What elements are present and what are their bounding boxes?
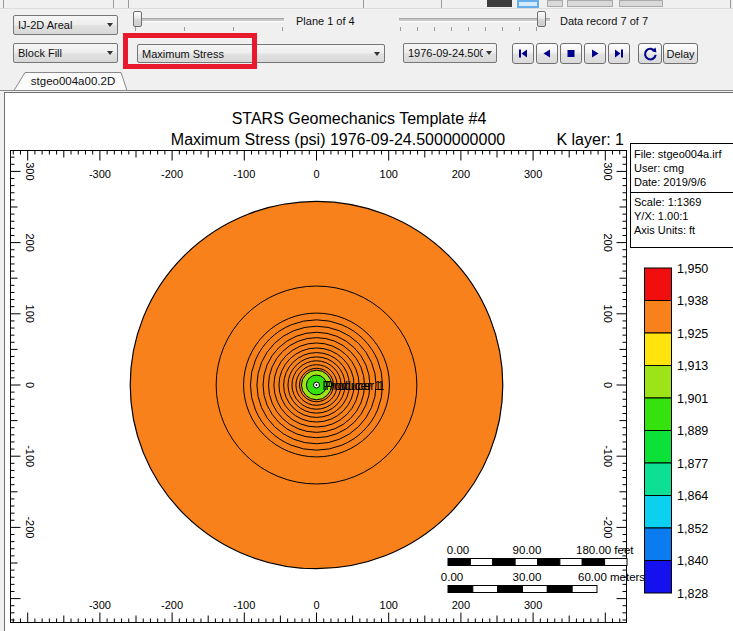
plane-slider-tick (184, 27, 185, 31)
view-mode-value: IJ-2D Areal (18, 19, 104, 31)
plane-slider[interactable] (133, 18, 284, 22)
meters-bar-segment (572, 586, 597, 593)
feet-bar-segment (560, 559, 582, 566)
chevron-down-icon (486, 51, 492, 55)
stop-button[interactable] (560, 43, 582, 64)
fill-mode-combo[interactable]: Block Fill (13, 43, 118, 63)
legend-value-label: 1,901 (677, 392, 708, 406)
info-line: User: cmg (634, 162, 684, 174)
meters-bar-segment (448, 586, 473, 593)
first-record-icon (516, 47, 530, 60)
record-slider-tick (502, 27, 503, 31)
previous-record-button[interactable] (536, 43, 558, 64)
tab-label[interactable]: stgeo004a00.2D (31, 75, 115, 87)
previous-record-icon (540, 47, 554, 60)
legend-value-label: 1,852 (677, 522, 708, 536)
well-label: Producer 1 (326, 379, 385, 393)
legend-cell (645, 561, 672, 594)
scalebar-meters-30: 30.00 (513, 571, 542, 583)
y-axis-label-right: 200 (602, 233, 614, 251)
toolbar-chrome: IJ-2D Areal Block Fill Maximum Stress 19… (0, 0, 733, 68)
record-label: Data record 7 of 7 (560, 15, 648, 27)
plane-slider-thumb[interactable] (133, 11, 142, 27)
next-record-icon (588, 47, 602, 60)
playback-controls (512, 43, 630, 64)
meters-bar-segment (522, 586, 547, 593)
plot-subtitle: Maximum Stress (psi) 1976-09-24.50000000… (171, 131, 506, 148)
plane-slider-tick (135, 27, 136, 31)
clipped-active-tool-button (517, 0, 539, 8)
view-mode-combo[interactable]: IJ-2D Areal (13, 15, 118, 35)
feet-bar-segment (605, 559, 627, 566)
delay-button[interactable]: Delay (663, 43, 698, 64)
clipped-dark-dropdown (487, 0, 512, 7)
record-slider-tick (468, 27, 469, 31)
stop-icon (564, 47, 578, 60)
legend-value-label: 1,877 (677, 457, 708, 471)
plot-area: stgeo004a00.2D STARS Geomechanics Templa… (0, 0, 733, 631)
loop-button[interactable] (638, 43, 662, 64)
last-record-button[interactable] (608, 43, 630, 64)
scalebar-meters-60: 60.00 meters (578, 571, 645, 583)
date-combo[interactable]: 1976-09-24.500 (403, 43, 497, 63)
legend-cell (645, 528, 672, 561)
y-axis-label-right: 300 (602, 162, 614, 180)
legend-value-label: 1,913 (677, 359, 708, 373)
x-axis-label-bottom: 100 (380, 599, 398, 611)
y-axis-label-left: 0 (24, 382, 36, 388)
x-axis-label-top: 300 (524, 168, 542, 180)
scalebar-meters-bar (448, 586, 597, 593)
delay-button-label: Delay (666, 48, 694, 60)
y-axis-label-left: 100 (24, 305, 36, 323)
feet-bar-segment (493, 559, 515, 566)
highlight-rectangle (123, 33, 257, 69)
feet-bar-segment (538, 559, 560, 566)
clipped-upper-toolbar (0, 0, 733, 9)
plane-slider-tick (233, 27, 234, 31)
y-axis-label-left: -200 (24, 516, 36, 538)
legend-cell (645, 431, 672, 464)
record-slider-tick (519, 27, 520, 31)
legend-cell (645, 463, 672, 496)
legend-cell (645, 301, 672, 334)
info-line: Y/X: 1.00:1 (634, 210, 688, 222)
info-line: Axis Units: ft (634, 224, 695, 236)
legend-cell (645, 333, 672, 366)
first-record-button[interactable] (512, 43, 534, 64)
legend-cell (645, 398, 672, 431)
record-slider-tick (536, 27, 537, 31)
y-axis-label-right: 100 (602, 305, 614, 323)
x-axis-label-bottom: 0 (313, 599, 319, 611)
meters-bar-segment (473, 586, 498, 593)
record-slider-tick (451, 27, 452, 31)
k-layer-label: K layer: 1 (556, 131, 624, 148)
record-slider-thumb[interactable] (537, 11, 546, 27)
y-axis-label-left: -100 (24, 445, 36, 467)
last-record-icon (612, 47, 626, 60)
well-symbol-dot (316, 384, 318, 386)
clipped-button-1 (547, 0, 563, 7)
legend-value-label: 1,938 (677, 294, 708, 308)
y-axis-label-left: 300 (24, 162, 36, 180)
feet-bar-segment (470, 559, 492, 566)
scalebar-feet-bar (448, 559, 627, 566)
y-axis-label-right: 0 (602, 382, 614, 388)
x-axis-label-bottom: -100 (233, 599, 255, 611)
plane-label: Plane 1 of 4 (296, 15, 355, 27)
legend-value-label: 1,840 (677, 554, 708, 568)
y-axis-label-left: 200 (24, 233, 36, 251)
scalebar-feet-0: 0.00 (447, 544, 469, 556)
legend-value-label: 1,864 (677, 489, 708, 503)
x-axis-label-top: 0 (313, 168, 319, 180)
next-record-button[interactable] (584, 43, 606, 64)
legend-cell (645, 366, 672, 399)
legend-cell (645, 268, 672, 301)
loop-refresh-icon (642, 46, 658, 62)
date-value: 1976-09-24.500 (408, 47, 483, 59)
y-axis-label-right: -200 (602, 516, 614, 538)
plot-title: STARS Geomechanics Template #4 (232, 110, 487, 127)
chevron-down-icon (107, 51, 113, 55)
application-window: stgeo004a00.2D STARS Geomechanics Templa… (0, 0, 733, 631)
record-slider[interactable] (399, 18, 550, 22)
x-axis-label-bottom: 300 (524, 599, 542, 611)
